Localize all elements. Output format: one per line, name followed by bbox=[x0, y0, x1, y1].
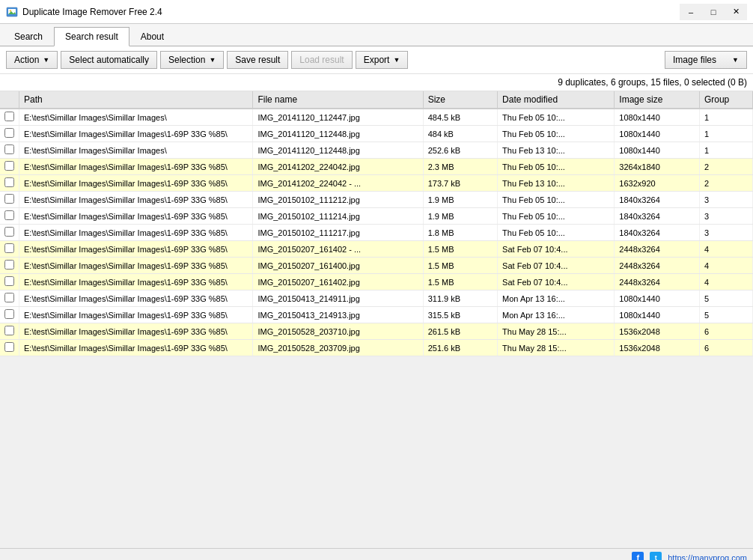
row-checkbox-cell bbox=[0, 241, 19, 258]
col-path[interactable]: Path bbox=[19, 91, 253, 109]
load-result-button[interactable]: Load result bbox=[291, 51, 352, 69]
row-group: 4 bbox=[699, 258, 752, 274]
row-checkbox[interactable] bbox=[4, 276, 14, 286]
action-chevron-icon: ▼ bbox=[43, 56, 49, 64]
row-imgsize: 1536x2048 bbox=[615, 323, 700, 340]
col-date[interactable]: Date modified bbox=[498, 91, 615, 109]
row-date: Sat Feb 07 10:4... bbox=[498, 258, 615, 274]
col-filename[interactable]: File name bbox=[253, 91, 423, 109]
row-date: Thu Feb 05 10:... bbox=[498, 192, 615, 208]
row-size: 1.9 MB bbox=[423, 208, 497, 225]
table-wrapper[interactable]: Path File name Size Date modified Image … bbox=[0, 91, 753, 548]
tab-search-result[interactable]: Search result bbox=[54, 27, 129, 46]
row-date: Mon Apr 13 16:... bbox=[498, 290, 615, 307]
app-title: Duplicate Image Remover Free 2.4 bbox=[22, 7, 675, 17]
row-checkbox[interactable] bbox=[4, 309, 14, 319]
website-link[interactable]: https://manyprog.com bbox=[668, 553, 747, 560]
row-imgsize: 1632x920 bbox=[615, 175, 700, 192]
row-checkbox[interactable] bbox=[4, 177, 14, 187]
row-size: 251.6 kB bbox=[423, 340, 497, 356]
tab-about[interactable]: About bbox=[129, 27, 175, 46]
table-row: E:\test\Simillar Images\Simillar Images\… bbox=[0, 126, 753, 142]
row-checkbox[interactable] bbox=[4, 326, 14, 335]
col-size[interactable]: Size bbox=[423, 91, 497, 109]
row-group: 4 bbox=[699, 274, 752, 290]
row-imgsize: 1080x1440 bbox=[615, 290, 700, 307]
row-filename: IMG_20150207_161402 - ... bbox=[253, 241, 423, 258]
row-date: Thu Feb 05 10:... bbox=[498, 225, 615, 241]
col-imgsize[interactable]: Image size bbox=[615, 91, 700, 109]
row-group: 2 bbox=[699, 159, 752, 175]
row-filename: IMG_20150102_111217.jpg bbox=[253, 225, 423, 241]
export-button[interactable]: Export ▼ bbox=[356, 51, 409, 69]
row-date: Mon Apr 13 16:... bbox=[498, 307, 615, 323]
row-date: Thu May 28 15:... bbox=[498, 323, 615, 340]
row-checkbox[interactable] bbox=[4, 260, 14, 270]
row-path: E:\test\Simillar Images\Simillar Images\… bbox=[19, 208, 253, 225]
table-row: E:\test\Simillar Images\Simillar Images\… bbox=[0, 208, 753, 225]
row-imgsize: 3264x1840 bbox=[615, 159, 700, 175]
row-group: 4 bbox=[699, 241, 752, 258]
row-path: E:\test\Simillar Images\Simillar Images\… bbox=[19, 307, 253, 323]
selection-button[interactable]: Selection ▼ bbox=[160, 51, 224, 69]
row-size: 2.3 MB bbox=[423, 159, 497, 175]
row-date: Thu Feb 13 10:... bbox=[498, 142, 615, 159]
tab-search[interactable]: Search bbox=[3, 27, 54, 46]
row-path: E:\test\Simillar Images\Simillar Images\… bbox=[19, 175, 253, 192]
save-result-button[interactable]: Save result bbox=[227, 51, 288, 69]
row-checkbox[interactable] bbox=[4, 243, 14, 253]
row-path: E:\test\Simillar Images\Simillar Images\… bbox=[19, 192, 253, 208]
row-checkbox[interactable] bbox=[4, 112, 14, 121]
table-row: E:\test\Simillar Images\Simillar Images\… bbox=[0, 109, 753, 126]
select-automatically-button[interactable]: Select automatically bbox=[61, 51, 157, 69]
row-path: E:\test\Simillar Images\Simillar Images\ bbox=[19, 109, 253, 126]
facebook-icon[interactable]: f bbox=[632, 552, 644, 560]
twitter-icon[interactable]: t bbox=[650, 552, 662, 560]
row-checkbox[interactable] bbox=[4, 161, 14, 171]
row-checkbox[interactable] bbox=[4, 227, 14, 237]
row-checkbox[interactable] bbox=[4, 293, 14, 302]
row-size: 1.5 MB bbox=[423, 241, 497, 258]
row-size: 252.6 kB bbox=[423, 142, 497, 159]
row-filename: IMG_20150528_203710.jpg bbox=[253, 323, 423, 340]
row-path: E:\test\Simillar Images\Simillar Images\… bbox=[19, 241, 253, 258]
close-button[interactable]: ✕ bbox=[725, 4, 747, 20]
row-checkbox[interactable] bbox=[4, 128, 14, 138]
col-group[interactable]: Group bbox=[699, 91, 752, 109]
row-size: 1.5 MB bbox=[423, 258, 497, 274]
row-size: 484 kB bbox=[423, 126, 497, 142]
title-bar: Duplicate Image Remover Free 2.4 – □ ✕ bbox=[0, 0, 753, 24]
action-button[interactable]: Action ▼ bbox=[6, 51, 58, 69]
row-group: 1 bbox=[699, 126, 752, 142]
row-path: E:\test\Simillar Images\Simillar Images\… bbox=[19, 323, 253, 340]
row-checkbox[interactable] bbox=[4, 144, 14, 154]
row-date: Sat Feb 07 10:4... bbox=[498, 241, 615, 258]
row-path: E:\test\Simillar Images\Simillar Images\ bbox=[19, 142, 253, 159]
row-size: 311.9 kB bbox=[423, 290, 497, 307]
row-checkbox[interactable] bbox=[4, 194, 14, 204]
row-group: 6 bbox=[699, 323, 752, 340]
image-files-button[interactable]: Image files ▼ bbox=[665, 51, 747, 69]
row-filename: IMG_20150207_161402.jpg bbox=[253, 274, 423, 290]
row-filename: IMG_20141120_112447.jpg bbox=[253, 109, 423, 126]
row-imgsize: 1080x1440 bbox=[615, 109, 700, 126]
row-checkbox[interactable] bbox=[4, 210, 14, 220]
row-date: Sat Feb 07 10:4... bbox=[498, 274, 615, 290]
row-filename: IMG_20150102_111214.jpg bbox=[253, 208, 423, 225]
selection-chevron-icon: ▼ bbox=[209, 56, 216, 64]
table-row: E:\test\Simillar Images\Simillar Images\… bbox=[0, 290, 753, 307]
status-text: 9 duplicates, 6 groups, 15 files, 0 sele… bbox=[558, 77, 747, 88]
maximize-button[interactable]: □ bbox=[702, 4, 725, 20]
row-path: E:\test\Simillar Images\Simillar Images\… bbox=[19, 159, 253, 175]
table-row: E:\test\Simillar Images\Simillar Images\… bbox=[0, 258, 753, 274]
row-size: 484.5 kB bbox=[423, 109, 497, 126]
table-row: E:\test\Simillar Images\Simillar Images\… bbox=[0, 323, 753, 340]
row-filename: IMG_20150528_203709.jpg bbox=[253, 340, 423, 356]
row-checkbox[interactable] bbox=[4, 342, 14, 352]
row-imgsize: 1840x3264 bbox=[615, 192, 700, 208]
row-group: 6 bbox=[699, 340, 752, 356]
row-date: Thu Feb 13 10:... bbox=[498, 175, 615, 192]
minimize-button[interactable]: – bbox=[680, 4, 702, 20]
row-group: 1 bbox=[699, 142, 752, 159]
table-row: E:\test\Simillar Images\Simillar Images\… bbox=[0, 225, 753, 241]
